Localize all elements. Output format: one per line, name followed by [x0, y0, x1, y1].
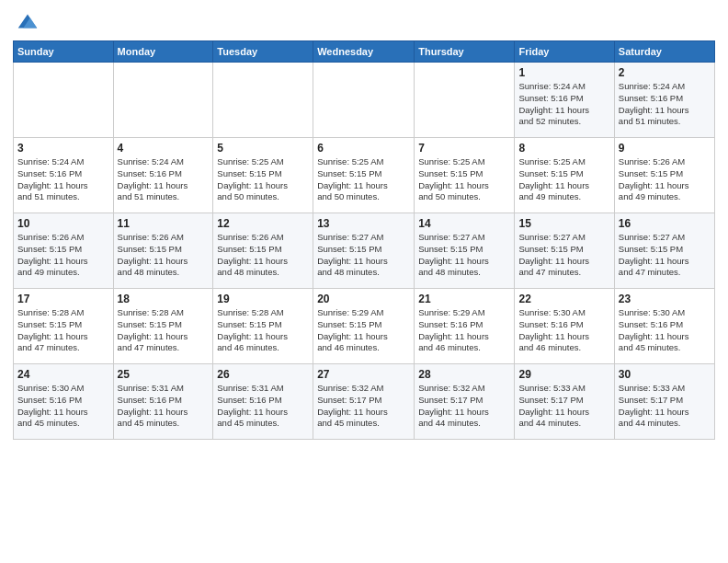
calendar-cell: 16Sunrise: 5:27 AM Sunset: 5:15 PM Dayli…	[614, 213, 714, 289]
calendar-cell: 14Sunrise: 5:27 AM Sunset: 5:15 PM Dayli…	[415, 213, 515, 289]
calendar-cell: 25Sunrise: 5:31 AM Sunset: 5:16 PM Dayli…	[113, 364, 213, 440]
day-number: 20	[317, 293, 410, 305]
calendar-cell: 1Sunrise: 5:24 AM Sunset: 5:16 PM Daylig…	[515, 63, 614, 138]
day-info: Sunrise: 5:26 AM Sunset: 5:15 PM Dayligh…	[118, 232, 210, 279]
day-number: 11	[118, 217, 210, 230]
calendar-cell: 29Sunrise: 5:33 AM Sunset: 5:17 PM Dayli…	[515, 364, 614, 440]
day-number: 12	[217, 217, 309, 230]
col-header-friday: Friday	[515, 41, 614, 63]
day-info: Sunrise: 5:26 AM Sunset: 5:15 PM Dayligh…	[217, 232, 309, 279]
day-info: Sunrise: 5:33 AM Sunset: 5:17 PM Dayligh…	[619, 383, 711, 430]
day-info: Sunrise: 5:25 AM Sunset: 5:15 PM Dayligh…	[518, 156, 609, 203]
day-number: 9	[619, 142, 711, 155]
day-info: Sunrise: 5:29 AM Sunset: 5:15 PM Dayligh…	[317, 307, 410, 354]
day-number: 17	[17, 293, 109, 305]
calendar-cell: 27Sunrise: 5:32 AM Sunset: 5:17 PM Dayli…	[313, 364, 415, 440]
day-number: 22	[518, 293, 609, 305]
calendar-cell: 30Sunrise: 5:33 AM Sunset: 5:17 PM Dayli…	[614, 364, 714, 440]
day-number: 26	[217, 368, 309, 381]
calendar-cell: 5Sunrise: 5:25 AM Sunset: 5:15 PM Daylig…	[213, 138, 313, 213]
calendar-cell: 11Sunrise: 5:26 AM Sunset: 5:15 PM Dayli…	[113, 213, 213, 289]
day-info: Sunrise: 5:32 AM Sunset: 5:17 PM Dayligh…	[418, 383, 510, 430]
col-header-sunday: Sunday	[14, 41, 114, 63]
day-info: Sunrise: 5:30 AM Sunset: 5:16 PM Dayligh…	[518, 307, 609, 354]
calendar-week-5: 24Sunrise: 5:30 AM Sunset: 5:16 PM Dayli…	[14, 364, 715, 440]
day-number: 14	[418, 217, 510, 230]
day-info: Sunrise: 5:31 AM Sunset: 5:16 PM Dayligh…	[217, 383, 309, 430]
day-number: 29	[518, 368, 609, 381]
day-info: Sunrise: 5:25 AM Sunset: 5:15 PM Dayligh…	[317, 156, 410, 203]
calendar-cell: 4Sunrise: 5:24 AM Sunset: 5:16 PM Daylig…	[113, 138, 213, 213]
calendar-cell: 7Sunrise: 5:25 AM Sunset: 5:15 PM Daylig…	[415, 138, 515, 213]
day-info: Sunrise: 5:24 AM Sunset: 5:16 PM Dayligh…	[619, 81, 711, 128]
calendar-cell: 10Sunrise: 5:26 AM Sunset: 5:15 PM Dayli…	[14, 213, 114, 289]
col-header-saturday: Saturday	[614, 41, 714, 63]
calendar-cell	[415, 63, 515, 138]
calendar-cell: 13Sunrise: 5:27 AM Sunset: 5:15 PM Dayli…	[313, 213, 415, 289]
day-info: Sunrise: 5:26 AM Sunset: 5:15 PM Dayligh…	[619, 156, 711, 203]
day-number: 13	[317, 217, 410, 230]
day-number: 3	[17, 142, 109, 155]
day-info: Sunrise: 5:29 AM Sunset: 5:16 PM Dayligh…	[418, 307, 510, 354]
calendar-cell: 26Sunrise: 5:31 AM Sunset: 5:16 PM Dayli…	[213, 364, 313, 440]
day-number: 2	[619, 66, 711, 79]
day-info: Sunrise: 5:27 AM Sunset: 5:15 PM Dayligh…	[619, 232, 711, 279]
day-info: Sunrise: 5:28 AM Sunset: 5:15 PM Dayligh…	[17, 307, 109, 354]
day-info: Sunrise: 5:32 AM Sunset: 5:17 PM Dayligh…	[317, 383, 410, 430]
col-header-tuesday: Tuesday	[213, 41, 313, 63]
calendar-cell: 15Sunrise: 5:27 AM Sunset: 5:15 PM Dayli…	[515, 213, 614, 289]
page: SundayMondayTuesdayWednesdayThursdayFrid…	[0, 0, 728, 563]
day-number: 27	[317, 368, 410, 381]
calendar-week-4: 17Sunrise: 5:28 AM Sunset: 5:15 PM Dayli…	[14, 289, 715, 364]
header	[13, 9, 715, 35]
day-number: 19	[217, 293, 309, 305]
day-info: Sunrise: 5:31 AM Sunset: 5:16 PM Dayligh…	[118, 383, 210, 430]
day-number: 6	[317, 142, 410, 155]
col-header-monday: Monday	[113, 41, 213, 63]
col-header-wednesday: Wednesday	[313, 41, 415, 63]
day-info: Sunrise: 5:27 AM Sunset: 5:15 PM Dayligh…	[317, 232, 410, 279]
calendar-cell: 21Sunrise: 5:29 AM Sunset: 5:16 PM Dayli…	[415, 289, 515, 364]
calendar-cell: 9Sunrise: 5:26 AM Sunset: 5:15 PM Daylig…	[614, 138, 714, 213]
calendar-cell	[213, 63, 313, 138]
calendar-cell: 8Sunrise: 5:25 AM Sunset: 5:15 PM Daylig…	[515, 138, 614, 213]
day-number: 1	[518, 66, 609, 79]
calendar-cell: 19Sunrise: 5:28 AM Sunset: 5:15 PM Dayli…	[213, 289, 313, 364]
calendar-cell: 22Sunrise: 5:30 AM Sunset: 5:16 PM Dayli…	[515, 289, 614, 364]
calendar-cell: 20Sunrise: 5:29 AM Sunset: 5:15 PM Dayli…	[313, 289, 415, 364]
day-info: Sunrise: 5:25 AM Sunset: 5:15 PM Dayligh…	[217, 156, 309, 203]
calendar-cell	[113, 63, 213, 138]
calendar-cell	[313, 63, 415, 138]
day-info: Sunrise: 5:27 AM Sunset: 5:15 PM Dayligh…	[418, 232, 510, 279]
calendar-cell: 28Sunrise: 5:32 AM Sunset: 5:17 PM Dayli…	[415, 364, 515, 440]
day-info: Sunrise: 5:24 AM Sunset: 5:16 PM Dayligh…	[17, 156, 109, 203]
calendar-cell	[14, 63, 114, 138]
day-number: 8	[518, 142, 609, 155]
calendar-week-1: 1Sunrise: 5:24 AM Sunset: 5:16 PM Daylig…	[14, 63, 715, 138]
logo-icon	[15, 9, 40, 35]
day-number: 16	[619, 217, 711, 230]
day-number: 18	[118, 293, 210, 305]
day-number: 10	[17, 217, 109, 230]
day-info: Sunrise: 5:24 AM Sunset: 5:16 PM Dayligh…	[518, 81, 609, 128]
calendar-table: SundayMondayTuesdayWednesdayThursdayFrid…	[13, 40, 715, 440]
calendar-week-3: 10Sunrise: 5:26 AM Sunset: 5:15 PM Dayli…	[14, 213, 715, 289]
day-number: 25	[118, 368, 210, 381]
day-info: Sunrise: 5:24 AM Sunset: 5:16 PM Dayligh…	[118, 156, 210, 203]
calendar-cell: 3Sunrise: 5:24 AM Sunset: 5:16 PM Daylig…	[14, 138, 114, 213]
day-number: 4	[118, 142, 210, 155]
day-number: 7	[418, 142, 510, 155]
day-info: Sunrise: 5:30 AM Sunset: 5:16 PM Dayligh…	[17, 383, 109, 430]
calendar-cell: 18Sunrise: 5:28 AM Sunset: 5:15 PM Dayli…	[113, 289, 213, 364]
day-info: Sunrise: 5:30 AM Sunset: 5:16 PM Dayligh…	[619, 307, 711, 354]
calendar-cell: 2Sunrise: 5:24 AM Sunset: 5:16 PM Daylig…	[614, 63, 714, 138]
calendar-header-row: SundayMondayTuesdayWednesdayThursdayFrid…	[14, 41, 715, 63]
day-info: Sunrise: 5:28 AM Sunset: 5:15 PM Dayligh…	[118, 307, 210, 354]
day-info: Sunrise: 5:26 AM Sunset: 5:15 PM Dayligh…	[17, 232, 109, 279]
day-number: 21	[418, 293, 510, 305]
day-number: 24	[17, 368, 109, 381]
day-number: 5	[217, 142, 309, 155]
day-info: Sunrise: 5:33 AM Sunset: 5:17 PM Dayligh…	[518, 383, 609, 430]
day-number: 23	[619, 293, 711, 305]
col-header-thursday: Thursday	[415, 41, 515, 63]
